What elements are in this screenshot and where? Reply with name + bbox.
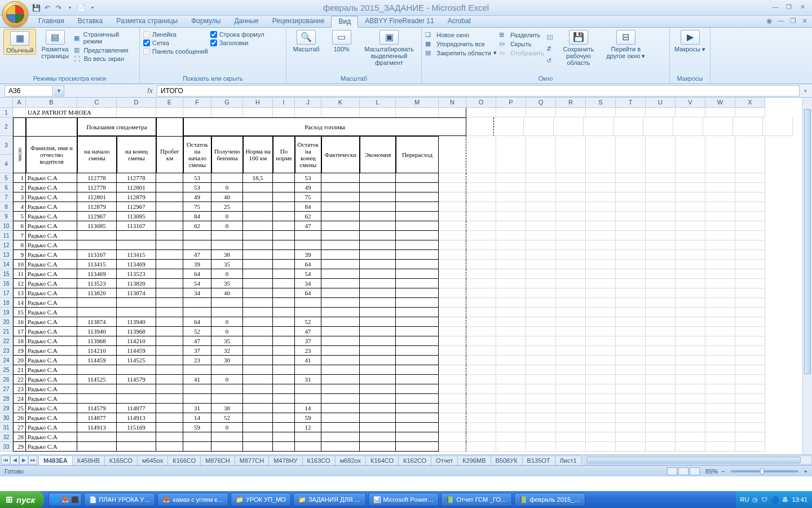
cell[interactable] bbox=[586, 173, 616, 183]
cell[interactable] bbox=[643, 117, 673, 136]
cell[interactable] bbox=[321, 423, 360, 432]
cell[interactable] bbox=[616, 394, 646, 404]
cell[interactable] bbox=[496, 231, 526, 240]
cell[interactable] bbox=[295, 384, 321, 394]
cell[interactable] bbox=[466, 394, 496, 404]
cell[interactable] bbox=[295, 432, 321, 442]
cell[interactable] bbox=[439, 212, 466, 221]
cell[interactable] bbox=[273, 375, 295, 384]
cell[interactable] bbox=[676, 384, 705, 394]
cell[interactable] bbox=[156, 317, 183, 327]
cell[interactable] bbox=[466, 240, 496, 250]
cell[interactable] bbox=[616, 432, 646, 442]
cell[interactable] bbox=[439, 356, 466, 365]
cell[interactable]: 53 bbox=[183, 183, 211, 192]
cell[interactable] bbox=[646, 442, 676, 452]
cell[interactable] bbox=[733, 117, 763, 136]
row-headers[interactable]: 1234567891011121314151617181920212223242… bbox=[0, 108, 13, 452]
cell[interactable] bbox=[183, 442, 211, 452]
cell[interactable]: число bbox=[13, 136, 26, 173]
cell[interactable] bbox=[273, 442, 295, 452]
cell[interactable] bbox=[526, 384, 556, 394]
cell[interactable] bbox=[156, 173, 183, 183]
clock[interactable]: 13:41 bbox=[792, 496, 807, 503]
cell[interactable] bbox=[183, 231, 211, 240]
cell[interactable] bbox=[156, 432, 183, 442]
column-header[interactable]: V bbox=[676, 98, 705, 108]
ribbon-tab[interactable]: Вставка bbox=[71, 16, 110, 27]
cell[interactable] bbox=[156, 356, 183, 365]
cell[interactable] bbox=[273, 108, 295, 117]
cell[interactable] bbox=[273, 183, 295, 192]
headings-checkbox[interactable]: Заголовки bbox=[210, 40, 264, 46]
cell[interactable]: Остаток на начало смены bbox=[183, 136, 211, 173]
cell[interactable] bbox=[321, 260, 360, 269]
cell[interactable] bbox=[243, 260, 273, 269]
cell[interactable] bbox=[439, 317, 466, 327]
cell[interactable]: 21 bbox=[13, 365, 26, 375]
cell[interactable] bbox=[439, 260, 466, 269]
freeze-panes-button[interactable]: ▤Закрепить области ▾ bbox=[425, 49, 497, 56]
cell[interactable] bbox=[273, 250, 295, 260]
cell[interactable] bbox=[439, 202, 466, 212]
cell[interactable]: 113167 bbox=[77, 250, 117, 260]
cell[interactable] bbox=[396, 183, 439, 192]
sync-scroll-icon[interactable]: ⇵ bbox=[546, 45, 553, 52]
cell[interactable] bbox=[396, 269, 439, 279]
save-workspace-button[interactable]: 💾Сохранить рабочую область bbox=[555, 29, 602, 66]
cell[interactable] bbox=[243, 317, 273, 327]
cell[interactable] bbox=[466, 327, 496, 336]
cell[interactable] bbox=[735, 288, 765, 298]
cell[interactable] bbox=[183, 384, 211, 394]
cell[interactable]: 49 bbox=[295, 183, 321, 192]
cell[interactable] bbox=[273, 404, 295, 413]
cell[interactable] bbox=[321, 250, 360, 260]
cell[interactable] bbox=[273, 192, 295, 202]
cell[interactable]: Фамилия, имя и отчество водителя bbox=[26, 136, 77, 173]
taskbar-item[interactable]: 📁ЗАДАНИЯ ДЛЯ … bbox=[293, 493, 366, 506]
cell[interactable] bbox=[183, 365, 211, 375]
cell[interactable] bbox=[396, 336, 439, 346]
cell[interactable] bbox=[396, 279, 439, 288]
cell[interactable] bbox=[211, 365, 243, 375]
cell[interactable] bbox=[360, 356, 396, 365]
cell[interactable]: 25 bbox=[13, 404, 26, 413]
cell[interactable]: Радько С.А bbox=[26, 413, 77, 423]
cell[interactable]: Радько С.А bbox=[26, 317, 77, 327]
cell[interactable] bbox=[616, 423, 646, 432]
cell[interactable] bbox=[77, 298, 117, 308]
cell[interactable] bbox=[586, 308, 616, 317]
cell[interactable] bbox=[117, 384, 156, 394]
cell[interactable] bbox=[614, 117, 643, 136]
cell[interactable] bbox=[321, 221, 360, 231]
cell[interactable] bbox=[360, 423, 396, 432]
sheet-tab[interactable]: М877СН bbox=[235, 456, 269, 465]
cell[interactable] bbox=[496, 183, 526, 192]
cell[interactable] bbox=[321, 442, 360, 452]
cell[interactable] bbox=[273, 260, 295, 269]
cell[interactable] bbox=[273, 384, 295, 394]
cell[interactable]: 0 bbox=[211, 375, 243, 384]
cell[interactable]: 112967 bbox=[77, 212, 117, 221]
row-header[interactable]: 9 bbox=[0, 212, 13, 221]
cell[interactable] bbox=[586, 413, 616, 423]
cell[interactable]: 38 bbox=[211, 250, 243, 260]
cell[interactable] bbox=[360, 413, 396, 423]
cell[interactable] bbox=[676, 394, 705, 404]
cell[interactable] bbox=[295, 231, 321, 240]
cell[interactable]: Радько С.А bbox=[26, 269, 77, 279]
row-header[interactable]: 21 bbox=[0, 327, 13, 336]
sheet-tab[interactable]: М483ЕА bbox=[38, 456, 73, 465]
cell[interactable] bbox=[466, 413, 496, 423]
doc-minimize-button[interactable]: — bbox=[778, 17, 784, 25]
cell[interactable]: 12 bbox=[13, 279, 26, 288]
cell[interactable]: 23 bbox=[295, 346, 321, 356]
cell[interactable]: 29 bbox=[13, 442, 26, 452]
cell[interactable] bbox=[616, 260, 646, 269]
name-box-dropdown-icon[interactable]: ▼ bbox=[54, 85, 64, 97]
column-header[interactable]: A bbox=[13, 98, 26, 108]
cell[interactable] bbox=[183, 432, 211, 442]
cell[interactable] bbox=[705, 173, 735, 183]
cell[interactable]: Радько С.А bbox=[26, 221, 77, 231]
cell[interactable] bbox=[211, 240, 243, 250]
